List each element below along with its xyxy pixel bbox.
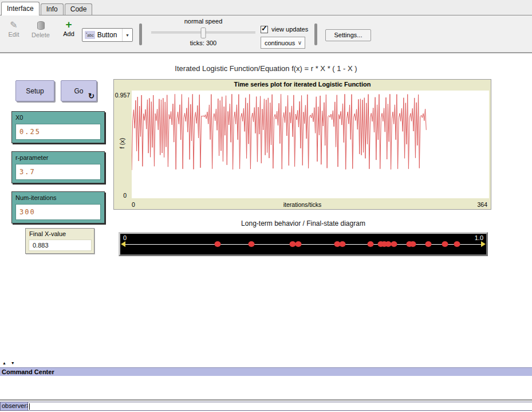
speed-slider[interactable]	[151, 32, 255, 34]
abc-widget-icon: *abc	[85, 31, 95, 38]
tab-info[interactable]: Info	[41, 3, 64, 15]
time-series-plot: Time series plot for iterated Logistic F…	[113, 79, 491, 210]
chevron-down-icon: ∨	[298, 40, 305, 46]
setup-button-label: Setup	[26, 87, 44, 95]
attractor-dot	[368, 241, 374, 247]
r-parameter-input-field[interactable]: 3.7	[15, 164, 101, 180]
toolbar-separator	[139, 23, 142, 45]
attractor-dot	[425, 241, 432, 247]
speed-control: normal speed ticks: 300	[149, 18, 258, 46]
edit-button-label: Edit	[9, 31, 19, 38]
widget-chooser-dropdown[interactable]: *abc Button ▼	[82, 28, 133, 42]
right-arrow-icon	[481, 241, 486, 247]
delete-icon	[37, 21, 45, 30]
speed-slider-handle[interactable]	[201, 28, 206, 38]
add-button-label: Add	[63, 30, 74, 37]
input-label: X0	[12, 112, 104, 121]
plus-icon: +	[65, 20, 72, 29]
netlogo-window: Interface Info Code ✎ Edit Delete + Add …	[0, 0, 532, 412]
ticks-counter: ticks: 300	[149, 40, 258, 46]
time-series-line	[132, 91, 489, 198]
final-state-heading: Long-term behavior / Final-state diagram	[119, 219, 488, 227]
delete-button[interactable]: Delete	[29, 21, 53, 38]
command-center-input-row: observer>	[0, 402, 532, 411]
input-label: r-parameter	[12, 152, 104, 161]
attractor-dot	[214, 241, 220, 247]
scale-min-label: 0	[123, 234, 127, 241]
y-axis-max-label: 0.957	[114, 92, 130, 99]
view-updates-checkbox[interactable]: ✓	[261, 26, 268, 33]
widget-chooser-value: Button	[97, 31, 122, 39]
attractor-dot	[339, 241, 345, 247]
left-arrow-icon	[121, 241, 125, 247]
pencil-icon: ✎	[10, 21, 17, 29]
y-axis-label: f (x)	[119, 132, 125, 155]
attractor-dot	[442, 241, 448, 247]
check-icon: ✓	[261, 24, 267, 33]
observer-prompt[interactable]: observer>	[0, 402, 28, 411]
add-button[interactable]: + Add	[57, 20, 81, 37]
x0-input-field[interactable]: 0.25	[15, 124, 101, 140]
attractor-dot	[391, 241, 397, 247]
tab-interface[interactable]: Interface	[1, 2, 40, 15]
num-iterations-input-field[interactable]: 300	[15, 204, 101, 220]
splitter-resize-icons[interactable]: ▲ ▼	[2, 361, 17, 365]
tab-code[interactable]: Code	[65, 3, 93, 15]
command-center-header[interactable]: Command Center	[0, 367, 532, 376]
command-center-output[interactable]	[0, 376, 532, 401]
speed-label: normal speed	[149, 18, 258, 25]
input-widget-x0: X0 0.25	[11, 111, 105, 143]
update-mode-value: continuous	[261, 40, 298, 46]
plot-title: Time series plot for iterated Logistic F…	[114, 81, 491, 88]
chevron-down-icon: ▼	[122, 29, 132, 41]
x-axis-max-label: 364	[477, 201, 487, 208]
go-button[interactable]: Go ↻	[61, 80, 97, 101]
settings-button[interactable]: Settings...	[325, 29, 371, 41]
final-x-value-monitor: Final X-value 0.883	[25, 228, 94, 254]
text-caret	[29, 403, 30, 410]
plot-area	[132, 91, 489, 198]
forever-icon: ↻	[88, 92, 94, 100]
attractor-dot	[454, 241, 460, 247]
y-axis-min-label: 0	[114, 192, 127, 199]
input-widget-r-parameter: r-parameter 3.7	[11, 151, 105, 183]
x-axis-label: iterations/ticks	[114, 201, 491, 208]
edit-button[interactable]: ✎ Edit	[2, 21, 26, 38]
command-input[interactable]	[28, 402, 532, 411]
tab-bar: Interface Info Code	[0, 0, 532, 15]
toolbar: ✎ Edit Delete + Add *abc Button ▼ normal…	[0, 15, 532, 53]
model-title: Iterated Logistic Function/Equation f(x)…	[0, 64, 532, 73]
scale-max-label: 1.0	[475, 234, 483, 241]
update-mode-dropdown[interactable]: continuous ∨	[261, 37, 305, 49]
final-state-diagram: 0 1.0	[119, 232, 488, 256]
toolbar-separator	[314, 23, 317, 45]
input-label: Num-iterations	[12, 192, 104, 201]
view-updates-label: view updates	[271, 26, 308, 33]
go-button-label: Go	[74, 87, 83, 95]
attractor-dot	[295, 241, 301, 247]
monitor-label: Final X-value	[26, 229, 94, 237]
input-widget-num-iterations: Num-iterations 300	[11, 191, 105, 223]
attractor-dot	[249, 241, 255, 247]
delete-button-label: Delete	[31, 32, 50, 38]
monitor-value: 0.883	[29, 240, 92, 251]
setup-button[interactable]: Setup	[15, 80, 54, 101]
attractor-dot	[410, 241, 416, 247]
